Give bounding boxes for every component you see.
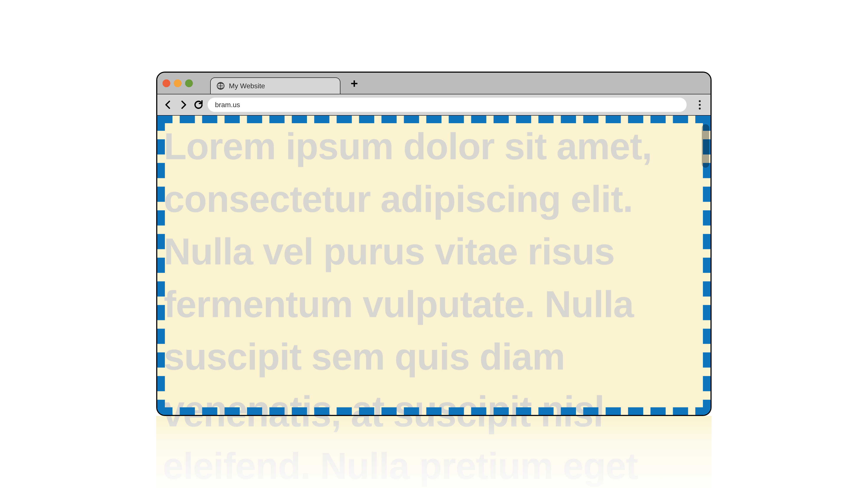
page-content: Lorem ipsum dolor sit amet, consectetur …: [157, 116, 711, 415]
page-body-text-reflection: Lorem ipsum dolor sit amet, consectetur …: [156, 416, 712, 488]
browser-menu-button[interactable]: [693, 99, 706, 111]
address-bar-url: bram.us: [215, 101, 240, 109]
window-close-button[interactable]: [162, 79, 170, 87]
kebab-menu-icon: [699, 100, 701, 109]
reload-button[interactable]: [192, 99, 205, 111]
tab-favicon-icon: [216, 82, 225, 90]
back-button[interactable]: [162, 99, 174, 111]
browser-window: My Website + bram.us: [156, 72, 712, 416]
window-traffic-lights: [162, 79, 193, 87]
window-maximize-button[interactable]: [185, 79, 193, 87]
viewport-scrollbar-thumb[interactable]: [702, 124, 709, 168]
tab-strip: My Website +: [157, 73, 711, 94]
browser-tab[interactable]: My Website: [210, 77, 340, 94]
new-tab-button[interactable]: +: [348, 77, 361, 90]
address-bar[interactable]: bram.us: [208, 98, 687, 112]
tab-title: My Website: [229, 82, 265, 90]
forward-button[interactable]: [177, 99, 189, 111]
page-body-text: Lorem ipsum dolor sit amet, consectetur …: [164, 120, 704, 415]
window-minimize-button[interactable]: [174, 79, 182, 87]
plus-icon: +: [350, 76, 358, 91]
page-overflow-reflection: Lorem ipsum dolor sit amet, consectetur …: [156, 416, 712, 488]
browser-viewport: Lorem ipsum dolor sit amet, consectetur …: [157, 116, 711, 415]
browser-toolbar: bram.us: [157, 94, 711, 116]
